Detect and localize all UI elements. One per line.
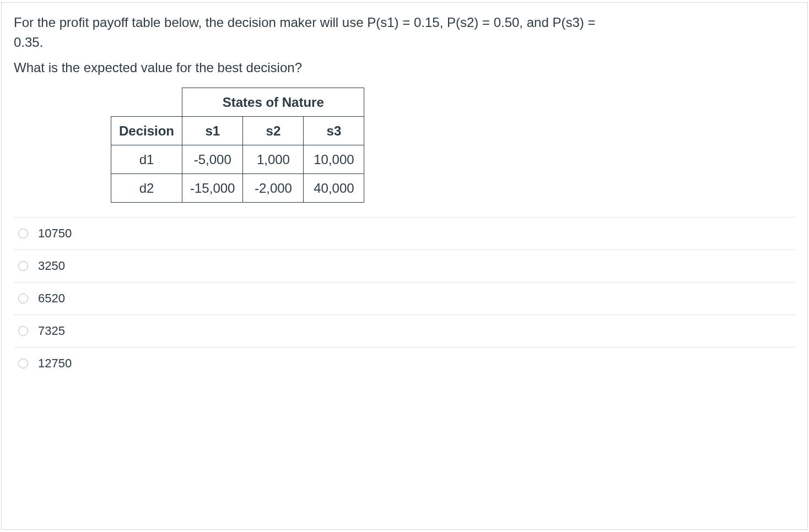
table-row-header-cols: Decision s1 s2 s3 <box>111 117 364 145</box>
table-row: d1 -5,000 1,000 10,000 <box>111 145 364 174</box>
table-header-s1: s1 <box>182 117 243 145</box>
question-card: For the profit payoff table below, the d… <box>1 2 808 530</box>
table-cell-decision: d1 <box>111 145 182 174</box>
table-header-states: States of Nature <box>182 88 364 117</box>
page: For the profit payoff table below, the d… <box>0 0 809 532</box>
payoff-table: States of Nature Decision s1 s2 s3 d1 -5… <box>111 88 364 203</box>
question-stem: For the profit payoff table below, the d… <box>14 13 795 78</box>
answer-list: 10750 3250 6520 7325 12750 <box>14 217 795 376</box>
table-header-s3: s3 <box>304 117 364 145</box>
table-row-header-top: States of Nature <box>111 88 364 117</box>
radio-icon[interactable] <box>18 229 28 238</box>
answer-label: 12750 <box>38 356 72 371</box>
answer-option[interactable]: 3250 <box>14 249 795 282</box>
radio-icon[interactable] <box>18 294 28 303</box>
radio-icon[interactable] <box>18 326 28 336</box>
stem-line-2: What is the expected value for the best … <box>14 58 795 78</box>
answer-label: 10750 <box>38 226 72 241</box>
table-header-empty <box>111 88 182 117</box>
radio-icon[interactable] <box>18 359 28 368</box>
answer-label: 7325 <box>38 324 65 338</box>
stem-line-1a: For the profit payoff table below, the d… <box>14 15 595 30</box>
table-cell-s3: 40,000 <box>304 174 364 203</box>
answer-option[interactable]: 12750 <box>14 347 795 376</box>
table-cell-decision: d2 <box>111 174 182 203</box>
answer-label: 3250 <box>38 259 65 273</box>
payoff-table-wrap: States of Nature Decision s1 s2 s3 d1 -5… <box>14 88 795 203</box>
table-header-decision: Decision <box>111 117 182 145</box>
answer-label: 6520 <box>38 291 65 306</box>
table-cell-s1: -15,000 <box>182 174 243 203</box>
table-cell-s1: -5,000 <box>182 145 243 174</box>
table-cell-s2: -2,000 <box>243 174 304 203</box>
stem-line-1b: 0.35. <box>14 35 43 50</box>
table-cell-s2: 1,000 <box>243 145 304 174</box>
table-header-s2: s2 <box>243 117 304 145</box>
table-row: d2 -15,000 -2,000 40,000 <box>111 174 364 203</box>
radio-icon[interactable] <box>18 261 28 271</box>
answer-option[interactable]: 6520 <box>14 282 795 314</box>
table-cell-s3: 10,000 <box>304 145 364 174</box>
answer-option[interactable]: 10750 <box>14 217 795 249</box>
answer-option[interactable]: 7325 <box>14 314 795 347</box>
